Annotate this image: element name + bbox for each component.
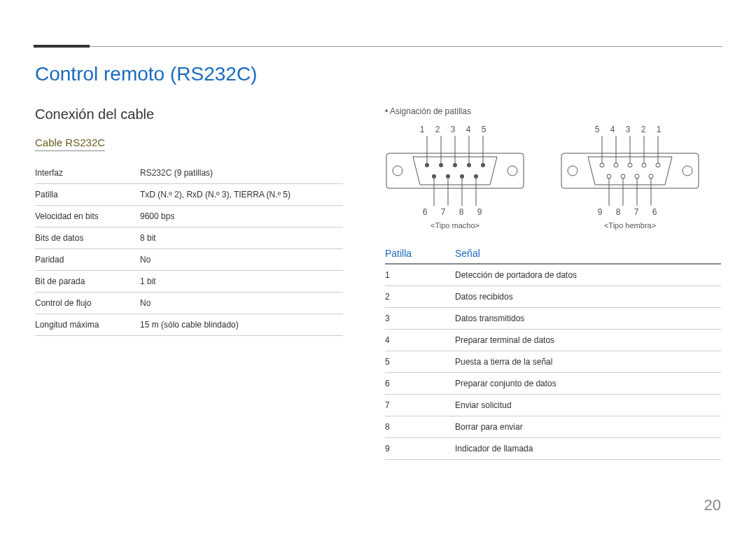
signal-row: 5Puesta a tierra de la señal — [385, 351, 721, 373]
connector-male: 1 2 3 4 5 — [385, 125, 525, 230]
spec-row: ParidadNo — [35, 249, 343, 271]
header-rule — [90, 46, 722, 47]
spec-label: Patilla — [35, 184, 140, 206]
spec-row: Control de flujoNo — [35, 293, 343, 314]
female-pins-bottom: 9 8 7 6 — [598, 207, 663, 217]
signal-name: Datos recibidos — [455, 286, 721, 308]
page-title: Control remoto (RS232C) — [35, 63, 721, 85]
signal-pin: 8 — [385, 416, 455, 438]
signal-row: 3Datos transmitidos — [385, 308, 721, 330]
db9-female-icon — [560, 136, 700, 206]
svg-point-24 — [682, 166, 692, 176]
spec-row: InterfazRS232C (9 patillas) — [35, 162, 343, 184]
signal-name: Detección de portadora de datos — [455, 264, 721, 286]
signal-pin: 1 — [385, 264, 455, 286]
signal-row: 9Indicador de llamada — [385, 438, 721, 460]
spec-table: InterfazRS232C (9 patillas)PatillaTxD (N… — [35, 162, 343, 336]
left-column: Conexión del cable Cable RS232C Interfaz… — [35, 106, 343, 460]
content-columns: Conexión del cable Cable RS232C Interfaz… — [35, 106, 721, 460]
spec-value: 8 bit — [140, 227, 343, 249]
page-number: 20 — [704, 496, 721, 514]
female-label: <Tipo hembra> — [604, 221, 656, 230]
right-column: Asignación de patillas 1 2 3 4 5 — [385, 106, 721, 460]
signal-row: 4Preparar terminal de datos — [385, 330, 721, 351]
spec-label: Bit de parada — [35, 271, 140, 293]
signal-pin: 4 — [385, 330, 455, 351]
connector-diagrams: 1 2 3 4 5 — [385, 125, 721, 230]
spec-row: Bits de datos8 bit — [35, 227, 343, 249]
signal-row: 1Detección de portadora de datos — [385, 264, 721, 286]
spec-row: PatillaTxD (N.º 2), RxD (N.º 3), TIERRA … — [35, 184, 343, 206]
male-pins-top: 1 2 3 4 5 — [420, 125, 491, 134]
signal-name: Preparar conjunto de datos — [455, 373, 721, 395]
spec-label: Longitud máxima — [35, 314, 140, 336]
spec-label: Control de flujo — [35, 293, 140, 314]
spec-label: Bits de datos — [35, 227, 140, 249]
spec-value: 1 bit — [140, 271, 343, 293]
section-heading: Conexión del cable — [35, 106, 343, 122]
spec-label: Interfaz — [35, 162, 140, 184]
signal-name: Enviar solicitud — [455, 395, 721, 416]
female-pins-top: 5 4 3 2 1 — [595, 125, 666, 134]
signal-row: 2Datos recibidos — [385, 286, 721, 308]
signal-name: Indicador de llamada — [455, 438, 721, 460]
signal-pin: 7 — [385, 395, 455, 416]
signal-row: 6Preparar conjunto de datos — [385, 373, 721, 395]
chapter-marker — [34, 45, 90, 48]
signal-name: Puesta a tierra de la señal — [455, 351, 721, 373]
spec-row: Bit de parada1 bit — [35, 271, 343, 293]
spec-value: TxD (N.º 2), RxD (N.º 3), TIERRA (N.º 5) — [140, 184, 343, 206]
signal-pin: 2 — [385, 286, 455, 308]
signal-header-pin: Patilla — [385, 244, 455, 264]
spec-value: RS232C (9 patillas) — [140, 162, 343, 184]
svg-point-23 — [568, 166, 578, 176]
signal-header-signal: Señal — [455, 244, 721, 264]
spec-value: No — [140, 249, 343, 271]
signal-name: Datos transmitidos — [455, 308, 721, 330]
svg-point-2 — [507, 166, 517, 176]
signal-pin: 5 — [385, 351, 455, 373]
spec-value: No — [140, 293, 343, 314]
spec-value: 15 m (sólo cable blindado) — [140, 314, 343, 336]
signal-pin: 6 — [385, 373, 455, 395]
spec-label: Paridad — [35, 249, 140, 271]
male-pins-bottom: 6 7 8 9 — [423, 207, 488, 217]
spec-label: Velocidad en bits — [35, 206, 140, 227]
svg-point-1 — [393, 166, 402, 176]
signal-name: Borrar para enviar — [455, 416, 721, 438]
spec-row: Longitud máxima15 m (sólo cable blindado… — [35, 314, 343, 336]
signal-pin: 3 — [385, 308, 455, 330]
signal-table: Patilla Señal 1Detección de portadora de… — [385, 244, 721, 460]
db9-male-icon — [385, 136, 525, 206]
male-label: <Tipo macho> — [430, 221, 479, 230]
signal-row: 8Borrar para enviar — [385, 416, 721, 438]
connector-female: 5 4 3 2 1 9 8 7 6 < — [560, 125, 700, 230]
pin-assignment-label: Asignación de patillas — [385, 106, 721, 116]
signal-name: Preparar terminal de datos — [455, 330, 721, 351]
signal-pin: 9 — [385, 438, 455, 460]
subsection-heading: Cable RS232C — [35, 136, 105, 151]
signal-row: 7Enviar solicitud — [385, 395, 721, 416]
spec-value: 9600 bps — [140, 206, 343, 227]
spec-row: Velocidad en bits9600 bps — [35, 206, 343, 227]
